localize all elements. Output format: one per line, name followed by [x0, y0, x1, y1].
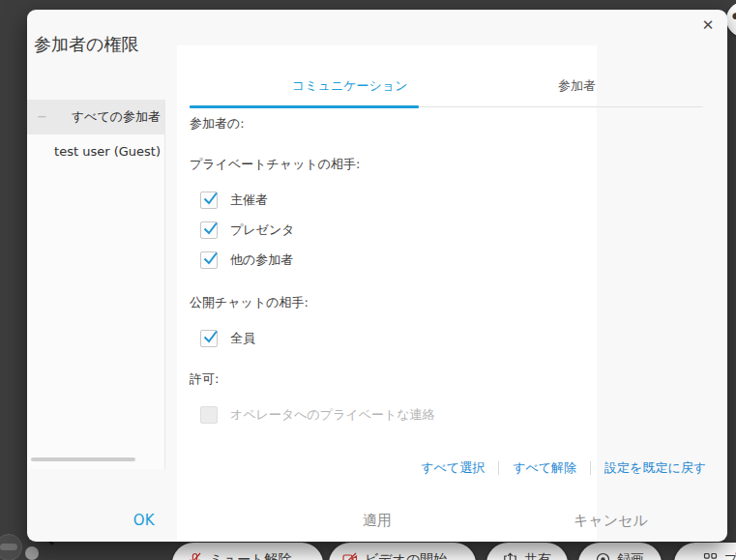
participant-list-sidebar: − すべての参加者 test user (Guest)	[27, 100, 165, 469]
record-icon	[596, 551, 610, 560]
sidebar-item-label: すべての参加者	[72, 109, 161, 124]
checkbox-row-operator-private: オペレータへのプライベートな連絡	[200, 406, 615, 424]
tab-participants[interactable]: 参加者	[558, 77, 596, 95]
mic-off-icon	[188, 551, 202, 560]
assistant-widget[interactable]	[0, 534, 22, 560]
cancel-button[interactable]: キャンセル	[494, 512, 727, 530]
record-label: 録画	[617, 551, 644, 560]
checkbox-row-host[interactable]: 主催者	[200, 192, 615, 209]
record-button[interactable]: 録画	[578, 543, 662, 560]
checkbox-row-other-participants[interactable]: 他の参加者	[200, 251, 615, 269]
checkbox-label: プレゼンタ	[230, 221, 295, 239]
checkbox-disabled-icon	[200, 406, 218, 424]
share-label: 共有	[524, 551, 551, 560]
divider	[590, 461, 591, 475]
checkbox-checked-icon[interactable]	[200, 192, 218, 209]
chevron-down-icon[interactable]: ⌄	[298, 554, 307, 560]
sidebar-item-all-participants[interactable]: − すべての参加者	[27, 100, 164, 134]
active-tab-underline	[190, 105, 419, 108]
participant-privileges-dialog: 参加者の権限 ✕ − すべての参加者 test user (Guest) コミュ…	[27, 10, 727, 542]
checkbox-label: 主催者	[230, 192, 268, 209]
selection-links: すべて選択 すべて解除 設定を既定に戻す	[421, 459, 706, 477]
apps-button[interactable]: プレ	[674, 543, 736, 560]
select-all-link[interactable]: すべて選択	[421, 459, 485, 477]
sidebar-item-label: test user (Guest)	[54, 144, 161, 159]
public-chat-label: 公開チャットの相手:	[190, 294, 615, 311]
dialog-footer: OK 適用 キャンセル	[27, 512, 727, 530]
dialog-title: 参加者の権限	[34, 33, 138, 56]
checkbox-label: 他の参加者	[230, 251, 293, 269]
apply-button[interactable]: 適用	[260, 512, 493, 530]
start-video-button[interactable]: ビデオの開始 ⌄	[329, 543, 476, 560]
unmute-label: ミュート解除	[209, 551, 291, 560]
ok-button[interactable]: OK	[27, 512, 260, 530]
participant-of-label: 参加者の:	[190, 115, 615, 133]
assistant-widget-dot	[25, 546, 39, 560]
grid-dots-icon: ●●	[732, 13, 736, 26]
collapse-indicator[interactable]: −	[37, 100, 47, 134]
allow-label: 許可:	[190, 370, 615, 388]
share-icon	[503, 551, 517, 560]
tab-communication[interactable]: コミュニケーション	[292, 77, 407, 95]
start-video-label: ビデオの開始	[365, 551, 447, 560]
checkbox-row-everyone[interactable]: 全員	[200, 330, 615, 347]
tab-bar: コミュニケーション 参加者	[190, 77, 703, 99]
divider	[498, 461, 499, 475]
reset-defaults-link[interactable]: 設定を既定に戻す	[604, 459, 706, 477]
apps-label: プレ	[724, 551, 736, 560]
checkbox-label: オペレータへのプライベートな連絡	[230, 406, 435, 424]
horizontal-scrollbar-thumb[interactable]	[31, 457, 135, 461]
checkbox-label: 全員	[230, 330, 255, 347]
checkbox-checked-icon[interactable]	[200, 251, 218, 269]
checkbox-row-presenter[interactable]: プレゼンタ	[200, 221, 615, 239]
sidebar-item-test-user[interactable]: test user (Guest)	[27, 134, 164, 169]
video-off-icon	[342, 551, 358, 560]
communication-tab-content: 参加者の: プライベートチャットの相手: 主催者 プレゼンタ 他の参加者 公開チ…	[190, 115, 615, 424]
checkbox-checked-icon[interactable]	[200, 221, 218, 239]
share-button[interactable]: 共有	[486, 543, 568, 560]
close-icon[interactable]: ✕	[696, 14, 720, 37]
apps-grid-icon	[703, 551, 718, 560]
floating-button[interactable]: ●●	[726, 2, 736, 37]
chevron-down-icon[interactable]: ⌄	[454, 554, 462, 560]
private-chat-label: プライベートチャットの相手:	[190, 156, 615, 173]
unmute-button[interactable]: ミュート解除 ⌄	[172, 543, 323, 560]
clear-all-link[interactable]: すべて解除	[513, 459, 576, 477]
checkbox-checked-icon[interactable]	[200, 330, 218, 347]
